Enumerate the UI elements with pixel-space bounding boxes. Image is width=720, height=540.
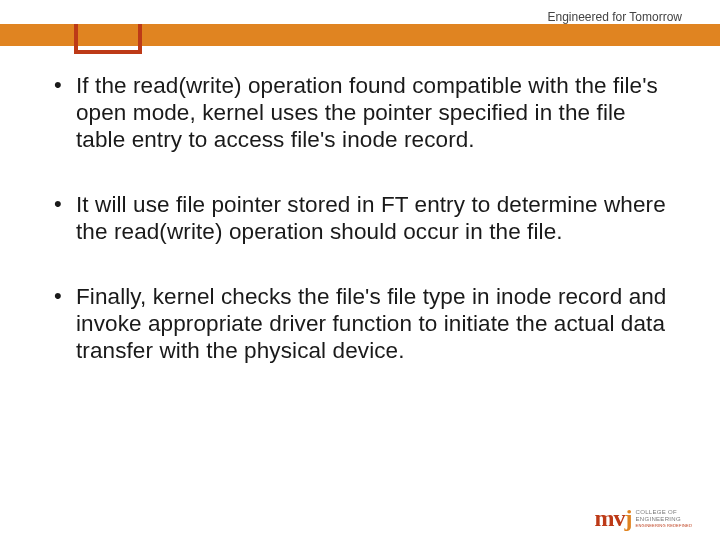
bullet-item: Finally, kernel checks the file's file t… bbox=[52, 283, 680, 364]
header-bracket-decoration bbox=[74, 24, 142, 54]
logo-line1: COLLEGE OF bbox=[636, 509, 692, 516]
logo-letter-m: m bbox=[595, 505, 614, 531]
bullet-item: It will use file pointer stored in FT en… bbox=[52, 191, 680, 245]
content-area: If the read(write) operation found compa… bbox=[52, 72, 680, 402]
slide: Engineered for Tomorrow If the read(writ… bbox=[0, 0, 720, 540]
logo-mark: mvj bbox=[595, 505, 632, 532]
header-tagline: Engineered for Tomorrow bbox=[547, 10, 682, 24]
bullet-list: If the read(write) operation found compa… bbox=[52, 72, 680, 364]
bullet-item: If the read(write) operation found compa… bbox=[52, 72, 680, 153]
logo-letter-v: v bbox=[614, 505, 625, 531]
logo-subtext: ENGINEERING REDEFINED bbox=[636, 523, 692, 528]
logo-text-block: COLLEGE OF ENGINEERING ENGINEERING REDEF… bbox=[636, 509, 692, 527]
logo-letter-j: j bbox=[625, 505, 632, 531]
footer-logo: mvj COLLEGE OF ENGINEERING ENGINEERING R… bbox=[595, 505, 692, 532]
logo-line2: ENGINEERING bbox=[636, 516, 692, 523]
